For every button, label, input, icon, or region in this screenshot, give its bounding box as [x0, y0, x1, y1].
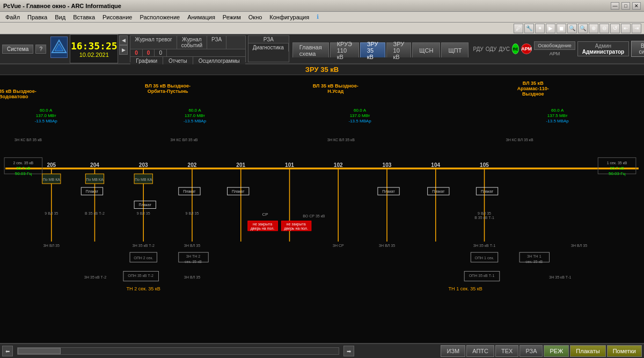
apts-button[interactable]: АПТС: [466, 345, 494, 357]
svg-text:ЗН ВЛ 35: ЗН ВЛ 35: [571, 244, 587, 247]
svg-text:ЗН 35 кВ Т-1: ЗН 35 кВ Т-1: [473, 244, 495, 247]
close-button[interactable]: ✕: [632, 2, 641, 10]
toolbar-icon-5[interactable]: ◼: [557, 24, 566, 33]
journal-alarms-label: Журнал тревог: [130, 36, 177, 49]
subtitle-bar: ЗРУ 35 кВ: [0, 64, 644, 75]
svg-text:не закрыта: не закрыта: [253, 222, 272, 227]
menu-file[interactable]: Файл: [2, 12, 23, 22]
rezh-button[interactable]: РЕЖ: [544, 345, 569, 357]
tab-zru35[interactable]: ЗРУ 35 кВ: [360, 42, 385, 57]
clock-time: 16:35:25: [71, 40, 118, 52]
menu-info[interactable]: ℹ: [313, 12, 322, 22]
menu-mode[interactable]: Режим: [219, 12, 244, 22]
company-logo[interactable]: [50, 36, 68, 58]
svg-text:-13.5 МВАр: -13.5 МВАр: [546, 119, 569, 123]
tex-button[interactable]: ТЕХ: [495, 345, 518, 357]
scroll-bar[interactable]: [17, 347, 339, 355]
maximize-button[interactable]: □: [621, 2, 630, 10]
svg-text:По МВ КА: По МВ КА: [135, 178, 152, 181]
osc-button[interactable]: Осциллограммы: [193, 57, 245, 65]
svg-text:137.0 МВт: 137.0 МВт: [36, 113, 56, 118]
toolbar-icon-12[interactable]: ⇥: [632, 24, 641, 33]
svg-rect-2: [0, 79, 644, 339]
system-section: Система ?: [0, 34, 48, 63]
svg-text:204: 204: [90, 162, 99, 168]
toolbar-icon-8[interactable]: ⊕: [589, 24, 598, 33]
tab-shsn[interactable]: ЩСН: [412, 42, 440, 57]
menu-window[interactable]: Окно: [245, 12, 266, 22]
rza-label: РЗА: [248, 36, 289, 43]
svg-text:дверь на пол.: дверь на пол.: [284, 227, 308, 231]
dus-label: ДУС: [499, 46, 509, 52]
admin-title: Админ: [582, 43, 624, 49]
nav-right-button[interactable]: ▶: [119, 45, 128, 55]
tab-krue[interactable]: КРУЭ 110 кВ: [330, 42, 359, 57]
svg-text:ЗН ВЛ 35: ЗН ВЛ 35: [184, 275, 200, 279]
menu-layout[interactable]: Расположение: [136, 12, 183, 22]
placards-button[interactable]: Плакаты: [570, 345, 605, 357]
svg-text:35.7 кВ: 35.7 кВ: [16, 166, 31, 171]
svg-text:Плакат: Плакат: [432, 189, 445, 193]
system-button[interactable]: Система: [2, 45, 33, 54]
svg-text:Арзамас-110-: Арзамас-110-: [517, 86, 549, 91]
svg-text:ЗН СР: ЗН СР: [333, 244, 344, 247]
tab-zru10[interactable]: ЗРУ 10 кВ: [386, 42, 412, 57]
ps-indicator[interactable]: пс: [512, 43, 519, 54]
journal-section: Журнал тревог Журналсобытий РЗА 0 0 0 Гр…: [130, 35, 246, 62]
svg-text:ВЛ 35 кВ: ВЛ 35 кВ: [523, 81, 544, 86]
schematic-svg: ВЛ 35 кВ Выздное- Водоватово 60.0 А 137.…: [0, 75, 644, 343]
schematic-area[interactable]: ВЛ 35 кВ Выздное- Водоватово 60.0 А 137.…: [0, 75, 644, 343]
admin-panel: Админ Администратор: [577, 41, 629, 56]
tab-shpt[interactable]: ЩПТ: [441, 42, 469, 57]
menu-edit[interactable]: Правка: [24, 12, 50, 22]
svg-text:Плакат: Плакат: [232, 189, 245, 193]
toolbar-icon-2[interactable]: 🔧: [524, 24, 534, 33]
menu-animation[interactable]: Анимация: [184, 12, 218, 22]
graphs-button[interactable]: Графики: [130, 57, 163, 65]
svg-text:137.5 МВт: 137.5 МВт: [547, 113, 568, 118]
menu-draw[interactable]: Рисование: [99, 12, 135, 22]
izm-button[interactable]: ИЗМ: [441, 345, 465, 357]
svg-text:ЗН КС ВЛ 35 кВ: ЗН КС ВЛ 35 кВ: [14, 138, 42, 142]
svg-text:Водоватово: Водоватово: [0, 94, 28, 99]
svg-text:Выздное: Выздное: [522, 91, 544, 97]
bottom-bar: ⬅ ➡ ИЗМ АПТС ТЕХ РЗА РЕЖ Плакаты Пометки: [0, 343, 644, 358]
menu-config[interactable]: Конфигурация: [266, 12, 312, 22]
nav-tabs: Главная схема КРУЭ 110 кВ ЗРУ 35 кВ ЗРУ …: [290, 34, 471, 63]
help-button[interactable]: ?: [35, 45, 46, 54]
nav-left-button[interactable]: ◀: [119, 35, 128, 45]
tab-main-scheme[interactable]: Главная схема: [292, 42, 329, 57]
svg-text:ОПН 35 кВ Т-2: ОПН 35 кВ Т-2: [128, 274, 153, 277]
release-button[interactable]: Освобождение: [534, 41, 575, 50]
bottom-icon-2[interactable]: ➡: [343, 346, 354, 356]
toolbar-icon-10[interactable]: ↺: [610, 24, 620, 33]
svg-text:Плакат: Плакат: [139, 203, 152, 207]
minimize-button[interactable]: —: [611, 2, 619, 10]
notes-button[interactable]: Пометки: [607, 345, 642, 357]
toolbar-icon-7[interactable]: 🔍: [578, 24, 588, 33]
svg-text:137.0 МВт: 137.0 МВт: [350, 113, 370, 118]
svg-text:ЗН КС ВЛ 35 кВ: ЗН КС ВЛ 35 кВ: [170, 138, 197, 142]
svg-text:ЗН КС ВЛ 35 кВ: ЗН КС ВЛ 35 кВ: [506, 138, 533, 142]
toolbar-icon-4[interactable]: ▶: [546, 24, 555, 33]
bottom-right: ИЗМ АПТС ТЕХ РЗА РЕЖ Плакаты Пометки: [441, 345, 642, 357]
rza-button[interactable]: РЗА: [519, 345, 543, 357]
toolbar-icon-1[interactable]: 🖊: [514, 24, 523, 33]
menu-insert[interactable]: Вставка: [70, 12, 98, 22]
login-button[interactable]: Вход в систему: [631, 41, 644, 57]
svg-text:60.0 А: 60.0 А: [188, 108, 201, 113]
toolbar-icon-6[interactable]: 🔍: [567, 24, 577, 33]
svg-text:ЗН ВЛ 35: ЗН ВЛ 35: [43, 244, 60, 247]
arm-indicator[interactable]: АРМ: [521, 43, 532, 54]
odu-label: ОДУ: [486, 46, 497, 52]
svg-text:В 35 кВ Т-2: В 35 кВ Т-2: [85, 211, 105, 215]
right-panel: РДУ ОДУ ДУС пс АРМ Освобождение АРМ Адми…: [471, 34, 644, 63]
system-bar: Система ? 16:35:25 10.02.2021 ◀ ▶ Журнал…: [0, 34, 644, 64]
diagnostics-button[interactable]: Диагностика: [248, 43, 289, 52]
menu-view[interactable]: Вид: [52, 12, 69, 22]
reports-button[interactable]: Отчеты: [163, 57, 193, 65]
toolbar-icon-3[interactable]: ✦: [535, 24, 545, 33]
bottom-icon-1[interactable]: ⬅: [2, 346, 13, 356]
toolbar-icon-9[interactable]: ⊖: [599, 24, 609, 33]
toolbar-icon-11[interactable]: ⇤: [621, 24, 631, 33]
